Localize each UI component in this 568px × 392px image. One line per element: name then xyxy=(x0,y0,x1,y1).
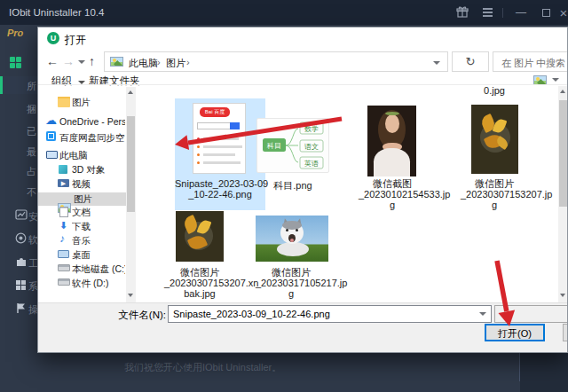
bride-photo-thumbnail[interactable] xyxy=(367,106,416,176)
all-programs-icon[interactable] xyxy=(10,57,21,68)
leaves-photo-thumbnail[interactable] xyxy=(471,105,518,174)
back-button[interactable]: ← xyxy=(46,54,59,68)
filename-input[interactable] xyxy=(168,305,492,323)
file-name[interactable]: Snipaste_2023-03-09 xyxy=(175,178,265,189)
filename-dropdown-icon[interactable] xyxy=(479,312,486,316)
file-name[interactable]: 微信图片 xyxy=(164,267,235,278)
gift-icon[interactable] xyxy=(456,6,472,20)
place-item[interactable]: 3D 对象 xyxy=(72,164,125,176)
address-dropdown-icon[interactable] xyxy=(433,61,440,65)
scroll-down-icon[interactable] xyxy=(128,294,133,297)
download-icon: ⬇ xyxy=(59,221,72,231)
file-name[interactable]: 微信图片 xyxy=(461,178,528,189)
place-item[interactable]: OneDrive - Pers xyxy=(59,116,125,127)
history-chevron-icon[interactable] xyxy=(78,60,85,64)
sidebar-item[interactable]: 占 xyxy=(27,165,37,178)
file-name[interactable]: bak.jpg xyxy=(164,288,235,299)
up-button[interactable]: ↑ xyxy=(89,54,95,68)
computer-icon xyxy=(46,151,58,159)
minimize-button[interactable]: — xyxy=(513,6,529,20)
app-greeting-text: 我们祝您开心使用IObit Uninstaller。 xyxy=(124,361,281,374)
windows-icon[interactable] xyxy=(15,279,27,291)
place-item[interactable]: 本地磁盘 (C:) xyxy=(72,263,125,276)
files-scroll-thumb[interactable] xyxy=(559,100,567,207)
update-circle-icon[interactable] xyxy=(15,232,27,244)
close-button[interactable]: × xyxy=(556,6,568,20)
breadcrumb-device[interactable]: 此电脑 xyxy=(129,57,158,70)
video-icon: ▶ xyxy=(58,179,69,187)
breadcrumb-separator: › xyxy=(186,57,190,67)
sidebar-item[interactable]: 已 xyxy=(27,125,37,138)
place-item[interactable]: 图片 xyxy=(72,97,123,109)
scroll-up-icon[interactable] xyxy=(560,90,565,93)
leaves-photo-thumbnail[interactable] xyxy=(176,211,224,262)
folder-icon xyxy=(58,97,70,107)
pictures-icon xyxy=(110,57,123,67)
red-arrow-to-selected-file xyxy=(167,112,348,154)
sidebar-item[interactable]: 最 xyxy=(27,145,37,159)
breadcrumb-folder[interactable]: 图片 xyxy=(166,57,185,70)
sidebar-accent-bar xyxy=(0,76,3,94)
forward-button[interactable]: → xyxy=(62,54,75,68)
document-icon xyxy=(59,207,68,217)
file-name[interactable]: _20230317105217.jp xyxy=(256,278,327,288)
music-icon: ♪ xyxy=(59,234,72,245)
view-dropdown-icon[interactable] xyxy=(552,78,559,82)
file-name[interactable]: _10-22-46.png xyxy=(175,189,265,200)
file-name[interactable]: _20230102154533.jp xyxy=(359,189,426,200)
baidu-netdisk-icon xyxy=(46,131,56,141)
pro-badge: Pro xyxy=(7,27,23,38)
place-item[interactable]: 软件 (D:) xyxy=(72,278,125,290)
new-folder-button[interactable]: 新建文件夹 xyxy=(89,74,140,88)
desktop-icon xyxy=(58,250,69,258)
file-name[interactable]: 微信截图 xyxy=(359,178,426,189)
svg-text:英语: 英语 xyxy=(304,160,319,168)
place-item[interactable]: 桌面 xyxy=(72,249,125,262)
maximize-button[interactable] xyxy=(542,9,550,17)
file-name[interactable]: 微信图片 xyxy=(256,267,327,278)
dialog-title: 打开 xyxy=(65,33,86,48)
file-name[interactable]: 科目.png xyxy=(256,180,329,191)
flag-icon[interactable] xyxy=(15,302,27,314)
place-item[interactable]: 此电脑 xyxy=(59,150,125,162)
sidebar-item[interactable]: 所 xyxy=(27,80,37,93)
file-name[interactable]: _20230307153207.jp xyxy=(461,189,528,200)
sidebar-item[interactable]: 不 xyxy=(27,186,37,200)
file-name[interactable]: g xyxy=(359,200,426,210)
disk-icon xyxy=(58,264,70,271)
place-item[interactable]: 视频 xyxy=(72,178,125,191)
husky-photo-thumbnail[interactable] xyxy=(256,216,328,262)
places-scroll-thumb[interactable] xyxy=(127,116,135,212)
search-box[interactable]: 在 图片 中搜索 xyxy=(493,51,568,72)
panel-border xyxy=(519,351,520,381)
cloud-icon: ☁ xyxy=(45,116,58,127)
place-item[interactable]: 音乐 xyxy=(72,235,125,247)
screen: IObit Uninstaller 10.4 — × Pro 所 捆 已 最 占… xyxy=(0,0,568,392)
scroll-down-icon[interactable] xyxy=(560,294,565,297)
file-name[interactable]: g xyxy=(461,200,528,210)
place-item[interactable]: 文档 xyxy=(72,207,125,219)
titlebar-divider xyxy=(502,8,503,18)
3d-object-icon xyxy=(59,165,67,174)
sidebar-item[interactable]: 捆 xyxy=(27,103,37,116)
red-arrow-to-open-button xyxy=(486,257,525,332)
app-title: IObit Uninstaller 10.4 xyxy=(9,7,104,18)
puzzle-icon[interactable] xyxy=(15,255,28,267)
address-bar[interactable]: 此电脑 › 图片 › xyxy=(104,51,448,72)
file-label-scrolled[interactable]: 0.jpg xyxy=(455,85,533,96)
disk-icon xyxy=(58,278,70,286)
search-placeholder: 在 图片 中搜索 xyxy=(501,57,565,70)
file-name[interactable]: _20230307153207.xn xyxy=(164,278,235,288)
scroll-up-icon[interactable] xyxy=(128,90,133,94)
chart-icon[interactable] xyxy=(15,209,28,220)
cancel-button[interactable]: 取消(C) xyxy=(563,324,568,341)
iobit-logo-icon: U xyxy=(47,32,59,44)
filename-label: 文件名(N): xyxy=(74,309,166,322)
place-item-selected[interactable]: 图片 xyxy=(74,193,125,206)
menu-icon[interactable] xyxy=(479,6,495,20)
refresh-button[interactable]: ↻ xyxy=(452,51,489,72)
organize-button[interactable]: 组织 xyxy=(51,74,85,88)
place-item[interactable]: 下载 xyxy=(72,221,125,233)
file-name[interactable]: g xyxy=(256,288,327,299)
place-item[interactable]: 百度网盘同步空间 xyxy=(59,132,125,145)
